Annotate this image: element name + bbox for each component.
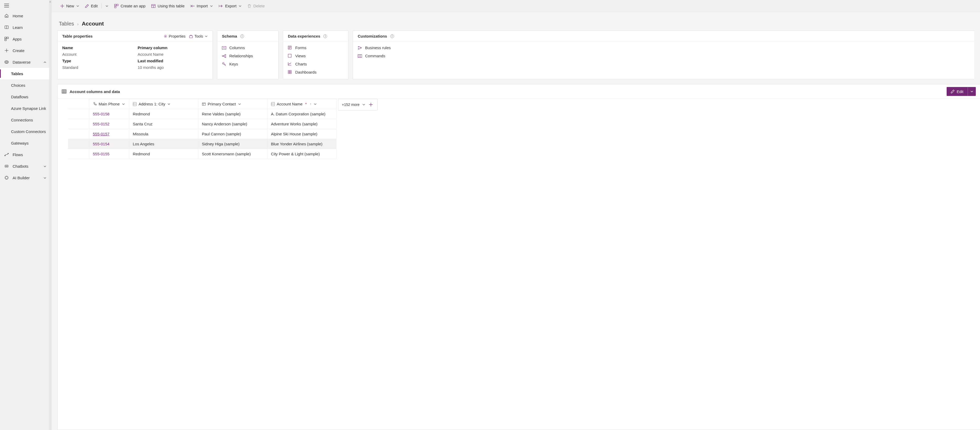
cell-phone[interactable]: 555-0155 [89,149,129,159]
chevron-down-icon [238,102,241,106]
nav-item-home[interactable]: Home [0,10,51,22]
nav-item-connections[interactable]: Connections [0,114,51,126]
row-gutter[interactable] [68,129,89,139]
cell-contact[interactable]: Rene Valdes (sample) [198,109,267,119]
nav-item-synapse[interactable]: Azure Synapse Link [0,102,51,114]
keys-icon [222,62,226,66]
nav-item-create[interactable]: Create [0,45,51,56]
phone-link[interactable]: 555-0152 [93,122,110,126]
nav-item-flows[interactable]: Flows [0,149,51,160]
nav-item-dataverse[interactable]: Dataverse [0,56,51,68]
phone-link[interactable]: 555-0158 [93,112,110,116]
main-content: New Edit Create an app Using this table [51,0,980,430]
link-business-rules[interactable]: Business rules [358,45,969,50]
table-row[interactable]: 555-0152Santa CruzNancy Anderson (sample… [68,119,336,129]
cell-account[interactable]: Blue Yonder Airlines (sample) [267,139,336,149]
more-columns-button[interactable]: +152 more [338,99,378,110]
link-views[interactable]: Views [288,54,344,58]
nav-item-gateways[interactable]: Gateways [0,137,51,149]
cell-phone[interactable]: 555-0154 [89,139,129,149]
cell-city[interactable]: Santa Cruz [129,119,198,129]
dataverse-icon [4,60,9,64]
nav-item-tables[interactable]: Tables [0,68,51,80]
edit-button[interactable]: Edit [83,2,100,10]
export-button[interactable]: Export [216,2,244,10]
cell-city[interactable]: Los Angeles [129,139,198,149]
tools-action[interactable]: Tools [189,34,208,38]
link-charts[interactable]: Charts [288,62,344,66]
cell-account[interactable]: Adventure Works (sample) [267,119,336,129]
table-row[interactable]: 555-0157MissoulaPaul Cannon (sample)Alpi… [68,129,336,139]
new-button[interactable]: New [58,2,82,10]
col-header-city[interactable]: Abc Address 1: City [129,99,198,109]
link-label: Commands [365,54,385,58]
nav-label: Learn [13,25,22,30]
nav-item-dataflows[interactable]: Dataflows [0,91,51,102]
cell-phone[interactable]: 555-0158 [89,109,129,119]
chevron-down-icon [313,102,317,106]
row-gutter[interactable] [68,119,89,129]
table-row[interactable]: 555-0158RedmondRene Valdes (sample)A. Da… [68,109,336,119]
nav-item-chatbots[interactable]: Chatbots [0,160,51,172]
svg-point-48 [358,46,359,47]
row-gutter[interactable] [68,149,89,159]
nav-item-learn[interactable]: Learn [0,22,51,33]
nav-item-ai-builder[interactable]: AI Builder [0,172,51,183]
cell-city[interactable]: Redmond [129,149,198,159]
col-header-account[interactable]: Abc Account Name * ↑ [267,99,336,109]
cell-contact[interactable]: Sidney Higa (sample) [198,139,267,149]
info-icon[interactable]: i [240,34,244,38]
edit-dropdown-button[interactable] [968,87,976,96]
sidebar-scrollbar[interactable] [49,0,51,430]
phone-link[interactable]: 555-0154 [93,142,110,146]
edit-data-button[interactable]: Edit [947,87,968,96]
link-commands[interactable]: Commands [358,54,969,58]
import-button[interactable]: Import [188,2,216,10]
cell-phone[interactable]: 555-0157 [89,129,129,139]
app-icon [114,4,118,8]
table-row[interactable]: 555-0154Los AngelesSidney Higa (sample)B… [68,139,336,149]
export-icon [219,4,223,8]
prop-name-label: Name [62,45,132,50]
link-relationships[interactable]: Relationships [222,54,274,58]
phone-link[interactable]: 555-0155 [93,152,110,156]
nav-item-choices[interactable]: Choices [0,80,51,91]
edit-dropdown[interactable] [103,2,111,10]
phone-link[interactable]: 555-0157 [93,132,110,136]
charts-icon [288,62,292,66]
properties-action[interactable]: Properties [164,34,186,38]
cell-contact[interactable]: Nancy Anderson (sample) [198,119,267,129]
hamburger-button[interactable] [0,0,51,10]
link-keys[interactable]: Keys [222,62,274,66]
row-gutter[interactable] [68,109,89,119]
scrollbar-thumb[interactable] [49,1,51,3]
table-row[interactable]: 555-0155RedmondScott Konersmann (sample)… [68,149,336,159]
col-header-phone[interactable]: Main Phone [89,99,129,109]
breadcrumb-parent[interactable]: Tables [59,21,74,27]
data-section: Account columns and data Edit [57,84,980,430]
cell-contact[interactable]: Paul Cannon (sample) [198,129,267,139]
info-icon[interactable]: i [323,34,327,38]
col-header-contact[interactable]: Primary Contact [198,99,267,109]
link-columns[interactable]: Abc Columns [222,45,274,50]
cell-account[interactable]: Alpine Ski House (sample) [267,129,336,139]
cell-city[interactable]: Missoula [129,129,198,139]
nav-item-custom-connectors[interactable]: Custom Connectors [0,126,51,137]
link-dashboards[interactable]: Dashboards [288,70,344,74]
info-icon[interactable]: i [390,34,394,38]
cell-contact[interactable]: Scott Konersmann (sample) [198,149,267,159]
row-gutter[interactable] [68,139,89,149]
cell-city[interactable]: Redmond [129,109,198,119]
prop-modified-label: Last modified [138,59,208,63]
cell-account[interactable]: City Power & Light (sample) [267,149,336,159]
nav-item-apps[interactable]: Apps [0,33,51,45]
cell-account[interactable]: A. Datum Corporation (sample) [267,109,336,119]
action-label: Properties [169,34,186,38]
ai-builder-icon [4,175,9,180]
create-app-button[interactable]: Create an app [111,2,148,10]
link-forms[interactable]: Forms [288,45,344,50]
using-table-button[interactable]: Using this table [149,2,187,10]
link-label: Views [295,54,306,58]
add-column-button[interactable] [368,102,374,107]
cell-phone[interactable]: 555-0152 [89,119,129,129]
